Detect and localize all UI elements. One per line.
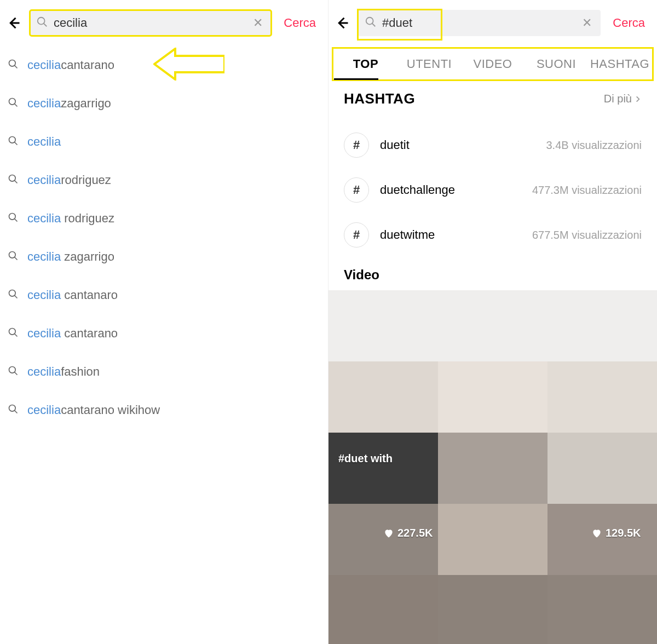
video-like-count: 129.5K bbox=[591, 527, 641, 539]
suggestion-text: ceciliacantarano bbox=[27, 58, 114, 72]
svg-point-5 bbox=[9, 214, 16, 220]
search-icon bbox=[8, 174, 19, 187]
hashtag-views: 677.5M visualizzazioni bbox=[532, 229, 642, 242]
svg-point-1 bbox=[9, 60, 16, 67]
search-header: ✕ Cerca bbox=[328, 0, 657, 46]
tab-video[interactable]: VIDEO bbox=[461, 49, 525, 79]
video-grid: #duet with 227.5K 129.5K bbox=[328, 290, 657, 644]
hashtag-icon: # bbox=[344, 133, 369, 158]
suggestion-text: cecilia cantanaro bbox=[27, 288, 118, 302]
hashtag-name: duetit bbox=[380, 138, 546, 152]
video-thumbnail[interactable] bbox=[328, 290, 438, 361]
suggestion-item[interactable]: cecilia cantarano bbox=[5, 314, 322, 353]
hashtag-item[interactable]: # duetit 3.4B visualizzazioni bbox=[344, 123, 642, 168]
svg-point-2 bbox=[9, 99, 16, 105]
search-icon bbox=[8, 404, 19, 417]
suggestion-item[interactable]: cecilia zagarrigo bbox=[5, 238, 322, 276]
suggestion-text: cecilia cantarano bbox=[27, 326, 118, 341]
hashtag-icon: # bbox=[344, 177, 369, 203]
clear-icon[interactable]: ✕ bbox=[251, 16, 265, 30]
video-thumbnail[interactable] bbox=[548, 504, 657, 575]
suggestion-text: cecilia rodriguez bbox=[27, 211, 114, 226]
video-thumbnail[interactable] bbox=[328, 575, 438, 644]
svg-point-11 bbox=[366, 18, 373, 25]
back-button[interactable] bbox=[332, 13, 353, 33]
back-button[interactable] bbox=[3, 13, 24, 33]
video-thumbnail[interactable] bbox=[548, 575, 657, 644]
search-icon bbox=[8, 97, 19, 110]
suggestion-text: ceciliacantarano wikihow bbox=[27, 403, 160, 417]
search-icon bbox=[8, 289, 19, 302]
tab-suoni[interactable]: SUONI bbox=[525, 49, 588, 79]
tabs-row: TOP UTENTI VIDEO SUONI HASHTAG bbox=[328, 49, 657, 79]
video-thumbnail[interactable] bbox=[548, 361, 657, 433]
search-icon bbox=[8, 250, 19, 263]
hashtag-item[interactable]: # duetwitme 677.5M visualizzazioni bbox=[344, 212, 642, 257]
hashtag-name: duetchallenge bbox=[380, 183, 532, 197]
search-icon bbox=[8, 327, 19, 340]
back-arrow-icon bbox=[6, 15, 21, 31]
search-input[interactable] bbox=[54, 16, 251, 30]
video-thumbnail[interactable] bbox=[438, 433, 548, 504]
search-box[interactable]: ✕ bbox=[30, 10, 272, 36]
svg-point-6 bbox=[9, 252, 16, 258]
svg-point-10 bbox=[9, 405, 16, 412]
video-like-count: 227.5K bbox=[383, 527, 433, 539]
tab-utenti[interactable]: UTENTI bbox=[397, 49, 461, 79]
hashtag-section: HASHTAG Di più # duetit 3.4B visualizzaz… bbox=[328, 79, 657, 257]
suggestion-item[interactable]: ceciliafashion bbox=[5, 353, 322, 391]
search-box[interactable]: ✕ bbox=[358, 10, 601, 36]
video-thumbnail[interactable] bbox=[548, 290, 657, 361]
heart-icon bbox=[383, 528, 394, 539]
svg-point-4 bbox=[9, 175, 16, 182]
tab-hashtag[interactable]: HASHTAG bbox=[588, 49, 652, 79]
video-thumbnail[interactable] bbox=[328, 504, 438, 575]
suggestion-item[interactable]: ceciliacantarano wikihow bbox=[5, 391, 322, 429]
video-thumbnail[interactable] bbox=[328, 361, 438, 433]
search-icon bbox=[8, 365, 19, 378]
hashtag-views: 3.4B visualizzazioni bbox=[546, 139, 642, 152]
heart-icon bbox=[591, 528, 602, 539]
svg-point-9 bbox=[9, 367, 16, 373]
search-header: ✕ Cerca bbox=[0, 0, 328, 46]
video-thumbnail[interactable] bbox=[438, 361, 548, 433]
video-thumbnail[interactable] bbox=[438, 290, 548, 361]
suggestion-item[interactable]: ceciliacantarano bbox=[5, 46, 322, 84]
search-input[interactable] bbox=[382, 16, 580, 30]
search-icon bbox=[8, 135, 19, 148]
suggestion-item[interactable]: cecilia cantanaro bbox=[5, 276, 322, 314]
video-thumbnail[interactable] bbox=[438, 575, 548, 644]
svg-point-7 bbox=[9, 290, 16, 297]
svg-point-8 bbox=[9, 329, 16, 335]
highlight-arrow-icon bbox=[153, 48, 224, 83]
chevron-right-icon bbox=[634, 95, 642, 103]
suggestion-item[interactable]: ceciliazagarrigo bbox=[5, 84, 322, 123]
suggestion-item[interactable]: ceciliarodriguez bbox=[5, 161, 322, 199]
search-icon bbox=[36, 16, 48, 30]
hashtag-views: 477.3M visualizzazioni bbox=[532, 184, 642, 197]
section-title: HASHTAG bbox=[344, 90, 415, 107]
search-suggestions-panel: ✕ Cerca ceciliacantarano ceciliazagarrig… bbox=[0, 0, 328, 644]
suggestion-item[interactable]: cecilia bbox=[5, 123, 322, 161]
search-submit-link[interactable]: Cerca bbox=[606, 16, 652, 30]
tab-top[interactable]: TOP bbox=[334, 49, 397, 79]
suggestion-text: cecilia bbox=[27, 135, 61, 149]
video-thumbnail[interactable] bbox=[328, 433, 438, 504]
clear-icon[interactable]: ✕ bbox=[580, 16, 594, 30]
more-link[interactable]: Di più bbox=[604, 93, 642, 105]
suggestion-item[interactable]: cecilia rodriguez bbox=[5, 199, 322, 238]
suggestion-text: ceciliazagarrigo bbox=[27, 96, 111, 111]
video-thumbnail[interactable] bbox=[438, 504, 548, 575]
video-thumbnail[interactable] bbox=[548, 433, 657, 504]
search-icon bbox=[8, 59, 19, 72]
search-results-panel: ✕ Cerca TOP UTENTI VIDEO SUONI HASHTAG H… bbox=[328, 0, 657, 644]
video-caption: #duet with bbox=[338, 452, 393, 465]
svg-point-3 bbox=[9, 137, 16, 143]
video-section-title: Video bbox=[328, 257, 657, 290]
search-icon bbox=[8, 212, 19, 225]
hashtag-item[interactable]: # duetchallenge 477.3M visualizzazioni bbox=[344, 168, 642, 212]
back-arrow-icon bbox=[335, 15, 350, 31]
search-submit-link[interactable]: Cerca bbox=[277, 16, 322, 30]
hashtag-name: duetwitme bbox=[380, 228, 532, 242]
suggestion-text: ceciliarodriguez bbox=[27, 173, 111, 187]
